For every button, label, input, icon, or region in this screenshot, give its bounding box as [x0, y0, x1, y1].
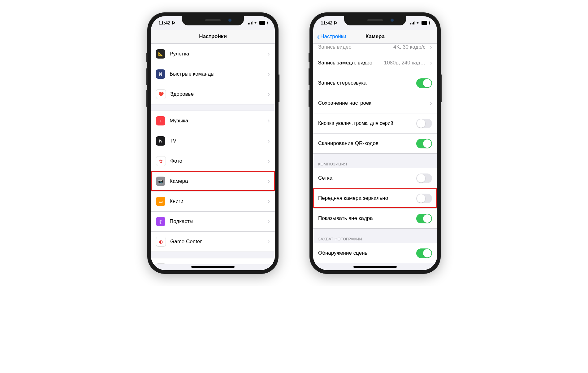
chevron-right-icon: ›	[268, 117, 270, 124]
app-icon: A	[156, 263, 166, 264]
chevron-right-icon: ›	[268, 71, 270, 77]
row-label: Сетка	[318, 175, 412, 181]
chevron-right-icon: ›	[268, 50, 270, 57]
row-value: 1080p, 240 кад…	[384, 60, 426, 66]
row-label: Подкасты	[170, 218, 263, 225]
page-title: Настройки	[199, 33, 227, 40]
app-icon: ⌘	[156, 69, 165, 79]
settings-row[interactable]: 📷Камера›	[151, 171, 275, 191]
row-label: Быстрые команды	[170, 71, 263, 77]
toggle-switch[interactable]	[416, 214, 432, 223]
row-label: Здоровье	[170, 91, 263, 97]
settings-row[interactable]: Передняя камера зеркально	[313, 188, 437, 208]
toggle-switch[interactable]	[416, 119, 432, 128]
row-label: Сканирование QR-кодов	[318, 140, 412, 147]
settings-row[interactable]: Сохранение настроек›	[313, 93, 437, 113]
row-label: Книги	[170, 198, 263, 204]
page-title: Камера	[365, 33, 385, 40]
signal-icon	[410, 21, 415, 24]
chevron-right-icon: ›	[430, 44, 432, 51]
battery-icon	[422, 21, 430, 25]
app-icon: ♪	[156, 116, 165, 125]
chevron-right-icon: ›	[430, 59, 432, 66]
row-label: Передняя камера зеркально	[318, 195, 412, 201]
app-icon: tv	[156, 136, 165, 146]
nav-bar: Настройки	[151, 30, 275, 44]
toggle-switch[interactable]	[416, 78, 432, 88]
content[interactable]: Запись видео4K, 30 кадр/с›Запись замедл.…	[313, 44, 437, 264]
content[interactable]: 📐Рулетка›⌘Быстрые команды›❤️Здоровье›♪Му…	[151, 44, 275, 264]
row-label: Кнопка увелич. громк. для серий	[318, 120, 412, 126]
phone-right: 11:42 ᐅ ᯤ Настройки Камера Запись видео4…	[309, 12, 441, 274]
back-button[interactable]: Настройки	[317, 33, 346, 40]
signal-icon	[248, 21, 253, 24]
nav-bar: Настройки Камера	[313, 30, 437, 44]
settings-row[interactable]: ◐Game Center›	[151, 232, 275, 252]
settings-row[interactable]: ♪Музыка›	[151, 111, 275, 131]
settings-row[interactable]: 📐Рулетка›	[151, 44, 275, 64]
toggle-switch[interactable]	[416, 194, 432, 203]
chevron-right-icon: ›	[268, 91, 270, 98]
row-label: Рулетка	[170, 51, 263, 57]
phone-left: 11:42 ᐅ ᯤ Настройки 📐Рулетка›⌘Быстрые ко…	[147, 12, 279, 274]
settings-row[interactable]: Запись видео4K, 30 кадр/с›	[313, 44, 437, 53]
home-indicator[interactable]	[353, 266, 397, 268]
settings-row[interactable]: ◎Подкасты›	[151, 212, 275, 232]
chevron-right-icon: ›	[268, 238, 270, 245]
settings-row[interactable]: ⌘Быстрые команды›	[151, 64, 275, 84]
app-icon: ◐	[156, 237, 166, 247]
settings-row[interactable]: Обнаружение сцены	[313, 243, 437, 263]
notch	[182, 16, 244, 25]
row-label: Запись замедл. видео	[318, 60, 380, 66]
app-icon: ❤️	[156, 89, 166, 99]
settings-row[interactable]: ✿Фото›	[151, 151, 275, 171]
row-label: Обнаружение сцены	[318, 250, 412, 256]
wifi-icon: ᯤ	[416, 21, 420, 25]
row-label: TV	[170, 138, 263, 144]
row-label: Запись видео	[318, 44, 389, 50]
row-label: Game Center	[170, 239, 263, 245]
chevron-right-icon: ›	[268, 138, 270, 144]
settings-row[interactable]: Кнопка увелич. громк. для серий	[313, 113, 437, 134]
status-indicators: ᯤ	[410, 21, 430, 25]
app-icon: ✿	[156, 156, 166, 166]
chevron-right-icon: ›	[268, 198, 270, 205]
toggle-switch[interactable]	[416, 173, 432, 183]
chevron-right-icon: ›	[268, 158, 270, 165]
status-indicators: ᯤ	[248, 21, 267, 25]
settings-row[interactable]: ▭Книги›	[151, 191, 275, 212]
notch	[344, 16, 406, 25]
row-label: Музыка	[170, 118, 263, 124]
row-label: Запись стереозвука	[318, 80, 412, 86]
toggle-switch[interactable]	[416, 248, 432, 258]
chevron-right-icon: ›	[268, 218, 270, 225]
status-time: 11:42 ᐅ	[158, 20, 175, 26]
settings-row[interactable]: AАльфа-Банк›	[151, 258, 275, 264]
row-value: 4K, 30 кадр/с	[393, 44, 426, 50]
row-label: Показывать вне кадра	[318, 215, 412, 222]
status-time: 11:42 ᐅ	[321, 20, 338, 26]
settings-row[interactable]: Сетка	[313, 168, 437, 188]
group-header: КОМПОЗИЦИЯ	[313, 160, 437, 168]
app-icon: ◎	[156, 217, 165, 226]
group-footer: Автоматическое улучшение снимков с помощ…	[313, 263, 437, 264]
app-icon: 📷	[156, 177, 165, 186]
settings-row[interactable]: ❤️Здоровье›	[151, 84, 275, 104]
toggle-switch[interactable]	[416, 139, 432, 148]
battery-icon	[259, 21, 267, 25]
settings-row[interactable]: Запись замедл. видео1080p, 240 кад…›	[313, 53, 437, 73]
settings-row[interactable]: Сканирование QR-кодов	[313, 134, 437, 154]
group-header: ЗАХВАТ ФОТОГРАФИЙ	[313, 235, 437, 243]
wifi-icon: ᯤ	[254, 21, 258, 25]
row-label: Сохранение настроек	[318, 100, 426, 106]
settings-row[interactable]: Запись стереозвука	[313, 73, 437, 93]
app-icon: ▭	[156, 197, 165, 206]
row-label: Фото	[170, 158, 263, 164]
home-indicator[interactable]	[191, 266, 235, 268]
chevron-right-icon: ›	[268, 178, 270, 185]
chevron-right-icon: ›	[430, 100, 432, 107]
app-icon: 📐	[156, 49, 165, 59]
settings-row[interactable]: Показывать вне кадра	[313, 208, 437, 229]
settings-row[interactable]: tvTV›	[151, 131, 275, 151]
row-label: Камера	[170, 178, 263, 184]
